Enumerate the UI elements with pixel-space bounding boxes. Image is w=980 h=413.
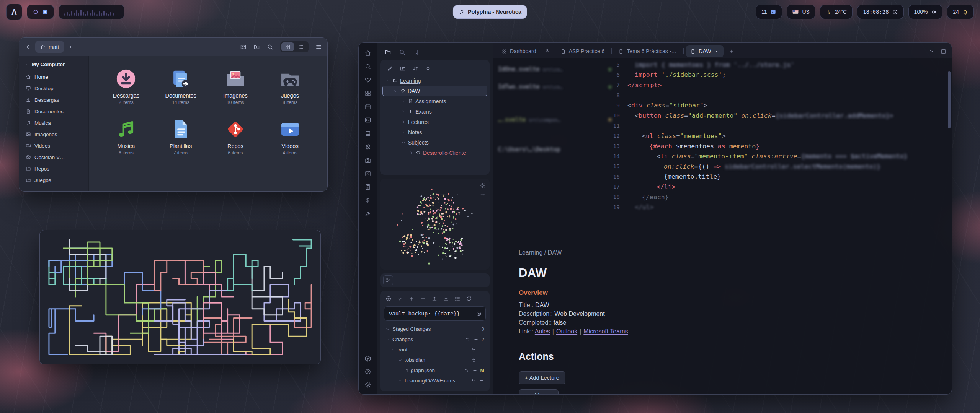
terminal-icon[interactable]: [364, 117, 371, 124]
toggle-right-sidebar-icon[interactable]: [941, 49, 946, 54]
volume-module[interactable]: 100%: [908, 5, 943, 19]
workspaces-pill[interactable]: [27, 5, 54, 19]
sidebar-section-header[interactable]: My Computer: [22, 60, 86, 71]
git-plus-icon[interactable]: [408, 296, 415, 302]
git-row-learning-daw-exams[interactable]: Learning/DAW/Exams: [384, 376, 486, 386]
book-icon[interactable]: [364, 130, 371, 137]
graph-canvas[interactable]: [380, 179, 490, 270]
heart-icon[interactable]: [364, 76, 371, 83]
git-undo-icon[interactable]: [471, 358, 476, 363]
close-tab-icon[interactable]: [714, 49, 719, 54]
note-link-outlook[interactable]: Outlook: [556, 328, 577, 335]
new-tab-icon[interactable]: [729, 49, 734, 54]
sort-icon[interactable]: [412, 65, 418, 72]
note-link-microsoft-teams[interactable]: Microsoft Teams: [583, 328, 628, 335]
new-folder-button[interactable]: [253, 44, 260, 50]
pencil-icon[interactable]: [387, 65, 393, 72]
git-undo-icon[interactable]: [464, 368, 469, 373]
folder-tile-documentos[interactable]: Documentos14 items: [154, 68, 208, 105]
folder-tile-descargas[interactable]: Descargas2 items: [99, 68, 154, 105]
git-plus-icon[interactable]: [472, 368, 477, 373]
folder-tile-juegos[interactable]: Juegos8 items: [263, 68, 317, 105]
git-list-icon[interactable]: [454, 296, 461, 302]
dice-icon[interactable]: [364, 170, 371, 177]
link-off-icon[interactable]: [364, 143, 371, 150]
graph-gear-icon[interactable]: [480, 182, 486, 189]
git-plus-icon[interactable]: [474, 337, 479, 342]
gear-icon[interactable]: [364, 381, 371, 388]
git-undo-icon[interactable]: [471, 347, 476, 352]
tab-asp-practice-6[interactable]: ASP Practice 6: [556, 45, 609, 57]
tab-dashboard[interactable]: Dashboard: [497, 45, 541, 57]
camera-icon[interactable]: [364, 157, 371, 164]
git-row-root[interactable]: root: [384, 345, 486, 355]
notifications-module[interactable]: 24: [947, 5, 974, 19]
git-row-obsidian[interactable]: .obsidian: [384, 355, 486, 365]
sidebar-item-repos[interactable]: Repos: [22, 163, 86, 174]
sidebar-item-imagenes[interactable]: Imagenes: [22, 128, 86, 140]
commit-message-input[interactable]: [388, 310, 473, 317]
git-plus-icon[interactable]: [479, 347, 484, 352]
sidebar-item-desktop[interactable]: Desktop: [22, 83, 86, 94]
weather-module[interactable]: 24°C: [820, 5, 853, 19]
tree-item-subjects[interactable]: Subjects: [382, 137, 487, 148]
graph-view-panel[interactable]: [380, 179, 490, 270]
workspace-active-icon[interactable]: [33, 9, 39, 15]
git-row-graph-json[interactable]: graph.jsonM: [384, 365, 486, 376]
sidebar-item-videos[interactable]: Videos: [22, 140, 86, 151]
tree-item-desarrollo-cliente[interactable]: Desarrollo-Cliente: [382, 148, 487, 158]
git-plus-icon[interactable]: [479, 358, 484, 363]
sidebar-item-descargas[interactable]: Descargas: [22, 94, 86, 106]
folder-plus-icon[interactable]: [400, 65, 406, 72]
folder-tile-videos[interactable]: Videos4 items: [263, 118, 317, 156]
sidebar-item-documentos[interactable]: Documentos: [22, 106, 86, 117]
note-link-aules[interactable]: Aules: [535, 328, 550, 335]
help-icon[interactable]: [364, 368, 371, 375]
search-view-tab-icon[interactable]: [399, 49, 405, 55]
home-icon[interactable]: [364, 50, 371, 57]
git-plus-icon[interactable]: [479, 378, 484, 383]
git-undo-icon[interactable]: [471, 378, 476, 383]
editor-scrollbar[interactable]: [948, 71, 951, 128]
tree-item-assignments[interactable]: Assignments: [382, 96, 487, 106]
git-row-staged-changes[interactable]: Staged Changes0: [384, 324, 486, 334]
search-icon[interactable]: [364, 63, 371, 70]
tree-item-lectures[interactable]: Lectures: [382, 117, 487, 127]
media-widget[interactable]: Polyphia - Neurotica: [453, 5, 527, 19]
git-branch-button[interactable]: [383, 275, 393, 285]
tree-item-learning[interactable]: Learning: [382, 75, 487, 86]
bookmark-view-tab-icon[interactable]: [413, 49, 420, 55]
clock-module[interactable]: 18:08:28: [857, 5, 903, 19]
back-button[interactable]: [24, 44, 31, 50]
graph-sliders-icon[interactable]: [480, 193, 486, 199]
path-breadcrumb[interactable]: matt: [35, 41, 64, 53]
git-minus-icon[interactable]: [474, 327, 479, 332]
sidebar-item-home[interactable]: Home: [22, 71, 86, 83]
keyboard-layout-module[interactable]: US: [787, 5, 815, 19]
folder-tile-imagenes[interactable]: Imagenes10 items: [208, 68, 263, 105]
tree-item-notes[interactable]: Notes: [382, 127, 487, 137]
tree-item-exams[interactable]: Exams: [382, 106, 487, 117]
folder-tile-musica[interactable]: Musica6 items: [99, 118, 154, 156]
folder-tile-repos[interactable]: Repos6 items: [208, 118, 263, 156]
search-button[interactable]: [267, 44, 273, 50]
breadcrumb-expand-icon[interactable]: [68, 44, 73, 50]
folder-tile-plantillas[interactable]: Plantillas7 items: [154, 118, 208, 156]
tab-tema-6-pr-cticas[interactable]: Tema 6 Prácticas -…: [614, 45, 681, 57]
tree-item-daw[interactable]: DAW: [382, 86, 487, 96]
list-view-button[interactable]: [295, 42, 307, 51]
clear-message-icon[interactable]: [476, 311, 482, 317]
git-minus-icon[interactable]: [420, 296, 426, 302]
menu-button[interactable]: [315, 44, 322, 50]
sidebar-item-juegos[interactable]: Juegos: [22, 174, 86, 186]
workspace-app-icon[interactable]: [42, 9, 48, 15]
grid-view-button[interactable]: [281, 42, 294, 51]
editor-pane[interactable]: IdOne.sveltesrc\co…UIdTwo.sveltesrc\co…U…: [493, 58, 952, 394]
sidebar-item-obsidian-v[interactable]: Obsidian V…: [22, 151, 86, 163]
calendar-icon[interactable]: [364, 103, 371, 110]
screenshot-button[interactable]: [240, 44, 247, 50]
grid-icon[interactable]: [364, 90, 371, 97]
launcher-button[interactable]: Λ: [6, 4, 22, 20]
updates-module[interactable]: 11: [756, 5, 782, 19]
add-note-button[interactable]: + Add Note: [519, 389, 559, 394]
